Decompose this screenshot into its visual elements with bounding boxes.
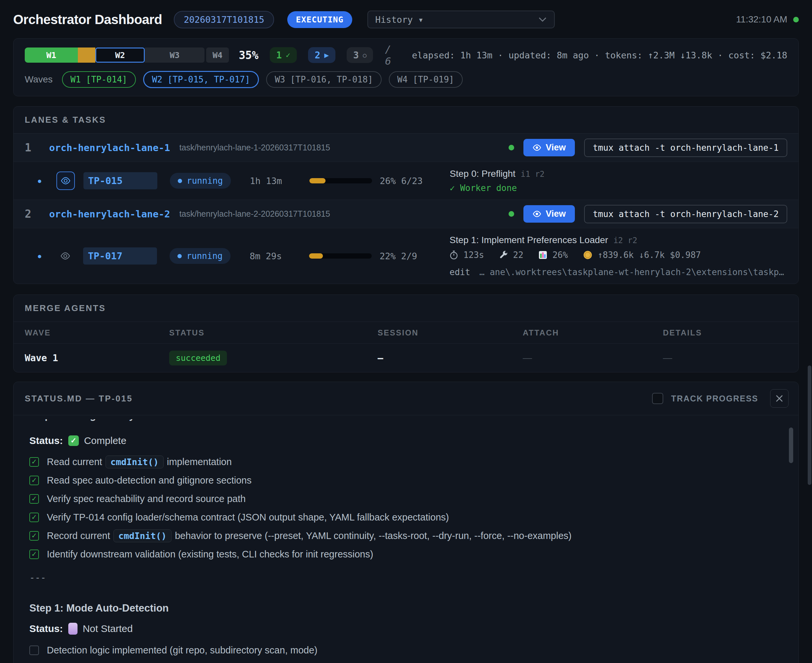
overall-percent: 35%: [239, 49, 259, 62]
merge-session-cell: –: [378, 353, 523, 364]
merge-attach-cell: —: [523, 353, 663, 363]
task-status-label: running: [187, 176, 223, 186]
task-bullet-icon: ●: [37, 176, 45, 185]
track-progress-checkbox[interactable]: [652, 393, 663, 404]
clock-area: 11:32:10 AM: [736, 14, 799, 25]
wave-progress-bar: W1 W2 W3 W4: [25, 47, 229, 63]
view-button[interactable]: View: [523, 139, 575, 156]
lane-status-dot: [509, 145, 514, 150]
task-progress-text: 26% 6/23: [380, 176, 437, 186]
stopwatch-icon: [450, 251, 458, 260]
eye-icon: [60, 252, 70, 260]
unchecked-checkbox[interactable]: [29, 645, 39, 655]
col-status: STATUS: [169, 328, 378, 338]
wave-segment-w2: W2: [95, 47, 145, 63]
status-md-content: Step 0: Preflight Analysis Status: ✓ Com…: [13, 415, 799, 663]
task-elapsed: 8m 29s: [250, 251, 300, 261]
checked-checkbox[interactable]: ✓: [29, 550, 39, 559]
running-dot: [178, 179, 182, 183]
counter-done-value: 1: [277, 50, 282, 61]
task-progress-text: 22% 2/9: [380, 251, 436, 261]
lane-row-2: 2 orch-henrylach-lane-2 task/henrylach-l…: [13, 200, 799, 228]
checked-checkbox[interactable]: ✓: [29, 513, 39, 522]
task-iteration-tag: i1 r2: [521, 170, 545, 179]
checked-task-list: ✓ Read currentcmdInit()implementation ✓ …: [29, 456, 783, 560]
run-stats: elapsed: 1h 13m · updated: 8m ago · toke…: [412, 50, 787, 60]
wave-segment-w4: W4: [206, 47, 229, 63]
eye-toggle-active[interactable]: [57, 171, 75, 190]
list-item: ✓ Verify TP-014 config loader/schema con…: [29, 512, 783, 523]
wave-segment-w2-fill: [78, 47, 95, 63]
waves-label: Waves: [25, 74, 53, 85]
status-panel-header: STATUS.MD — TP-015 TRACK PROGRESS: [13, 382, 799, 415]
checked-checkbox[interactable]: ✓: [29, 475, 39, 485]
wave-pill-w4[interactable]: W4 [TP-019]: [389, 71, 463, 88]
tmux-command-chip[interactable]: tmux attach -t orch-henrylach-lane-1: [584, 139, 787, 157]
status-value: Not Started: [83, 623, 133, 634]
view-button-label: View: [545, 142, 566, 153]
lane-name-link[interactable]: orch-henrylach-lane-2: [49, 209, 170, 220]
worker-done-note: ✓ Worker done: [450, 183, 545, 193]
lane-name-link[interactable]: orch-henrylach-lane-1: [49, 142, 170, 154]
lane-branch: task/henrylach-lane-1-20260317T101815: [180, 143, 330, 152]
metric-tokens: ↑839.6k ↓6.7k $0.987: [598, 250, 701, 260]
view-button[interactable]: View: [523, 205, 575, 223]
task-id[interactable]: TP-017: [83, 247, 157, 265]
counter-active: 2 ▶: [308, 47, 335, 63]
counter-pending-value: 3: [353, 50, 359, 61]
task-status-badge: running: [170, 248, 231, 264]
task-bullet-icon: ●: [37, 252, 45, 260]
eye-toggle[interactable]: [56, 247, 74, 265]
status-line-not-started: Status: Not Started: [29, 623, 783, 635]
wave-pill-w1[interactable]: W1 [TP-014]: [62, 71, 136, 88]
wave-pill-w2[interactable]: W2 [TP-015, TP-017]: [143, 71, 259, 88]
running-dot: [178, 254, 182, 258]
close-button[interactable]: [770, 389, 789, 408]
task-step-title: Step 1: Implement Preferences Loader: [450, 235, 608, 246]
panel-scrollbar-thumb[interactable]: [789, 427, 793, 463]
eye-icon: [533, 211, 541, 217]
task-row-tp017: ● TP-017 running 8m 29s 22% 2/9 Step 1: …: [13, 228, 799, 284]
status-label: Status:: [29, 623, 63, 634]
close-icon: [775, 394, 784, 403]
task-id[interactable]: TP-015: [83, 172, 157, 189]
task-detail: Step 1: Implement Preferences Loader i2 …: [450, 235, 787, 277]
metric-tools: 22: [513, 250, 523, 260]
code-chip: cmdInit(): [105, 456, 163, 468]
status-value: Complete: [84, 435, 126, 446]
lane-branch: task/henrylach-lane-2-20260317T101815: [180, 209, 330, 219]
view-button-label: View: [545, 209, 566, 219]
bar-chart-icon: [539, 251, 547, 259]
clock: 11:32:10 AM: [736, 14, 787, 25]
task-row-tp015: ● TP-015 running 1h 13m 26% 6/23 Step 0:…: [13, 162, 799, 200]
lanes-card: LANES & TASKS 1 orch-henrylach-lane-1 ta…: [13, 106, 799, 284]
unchecked-task-list: Detection logic implemented (git repo, s…: [29, 645, 783, 663]
task-metrics: 123s 22 26% ↑839.6k ↓6.7k $0.987: [450, 250, 787, 260]
history-select[interactable]: History ▾: [367, 11, 555, 28]
tmux-command-chip[interactable]: tmux attach -t orch-henrylach-lane-2: [584, 205, 787, 223]
checked-checkbox[interactable]: ✓: [29, 531, 39, 541]
metric-time: 123s: [463, 250, 484, 260]
list-item: ✓ Read spec auto-detection and gitignore…: [29, 475, 783, 486]
merge-section-title: MERGE AGENTS: [13, 295, 799, 322]
counter-done: 1 ✓: [270, 47, 297, 63]
lane-number: 1: [25, 141, 44, 154]
check-mark-emoji: ✓: [68, 435, 79, 446]
purple-square-emoji: [68, 623, 78, 635]
play-icon: ▶: [324, 51, 329, 59]
track-progress-label: TRACK PROGRESS: [671, 394, 758, 403]
wave-pill-w3[interactable]: W3 [TP-016, TP-018]: [266, 71, 381, 88]
page-scrollbar-thumb[interactable]: [808, 365, 811, 485]
status-label: Status:: [29, 435, 63, 446]
clipped-heading: Step 0: Preflight Analysis: [29, 419, 783, 425]
checked-checkbox[interactable]: ✓: [29, 494, 39, 504]
checked-checkbox[interactable]: ✓: [29, 457, 39, 467]
status-line-complete: Status: ✓ Complete: [29, 435, 783, 446]
col-wave: WAVE: [25, 328, 169, 338]
check-icon: ✓: [286, 51, 290, 59]
col-details: DETAILS: [663, 328, 787, 338]
coin-icon: [583, 251, 592, 260]
lane-status-dot: [509, 211, 514, 217]
wave-segment-w3: W3: [145, 47, 204, 63]
waves-row: Waves W1 [TP-014] W2 [TP-015, TP-017] W3…: [25, 71, 787, 88]
